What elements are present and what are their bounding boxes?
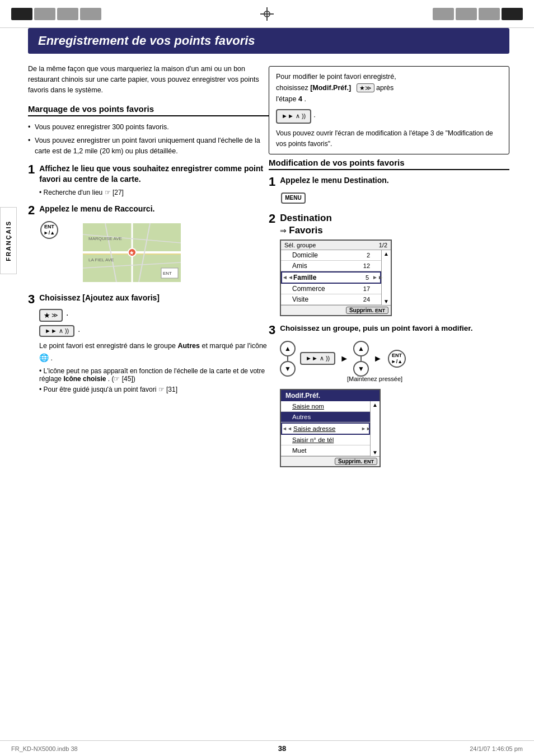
tab-rect-3 — [57, 8, 78, 20]
nav-dn-2[interactable]: ▼ — [353, 361, 369, 377]
fav-star-button[interactable]: ★ ≫ — [39, 309, 63, 322]
info-box-top: Pour modifier le point favori enregistré… — [269, 66, 509, 154]
nav-dn-1[interactable]: ▼ — [280, 361, 296, 377]
modif-row: ◄◄ Saisie adresse ►► — [281, 422, 370, 435]
top-bar — [0, 0, 534, 28]
step3-body: Le point favori est enregistré dans le g… — [39, 340, 269, 364]
step2: 2 Appelez le menu de Raccourci. ENT►/▲ — [28, 204, 269, 285]
top-bar-right — [433, 8, 523, 20]
right-step2-header: 2 Destination ⇒ Favoris — [269, 213, 509, 236]
row-label: Famille — [290, 273, 355, 282]
confirm-button[interactable]: ►► ∧ )) — [39, 325, 74, 337]
dest-table-body: Domicile 2 Amis 12 ◄◄ — [281, 250, 391, 305]
main-wrapper: Enregistrement de vos points favoris De … — [0, 28, 534, 733]
right-step2-number: 2 — [269, 213, 275, 225]
section1-heading: Marquage de vos points favoris — [28, 104, 269, 116]
left-arrow-icon: ◄◄ — [282, 274, 290, 280]
bullet-item-2: Vous pouvez enregistrer un point favori … — [28, 135, 269, 157]
modif-cell-label: Muet — [289, 447, 362, 454]
right-column: Pour modifier le point favori enregistré… — [269, 63, 509, 733]
step3-body3: et marqué par l'icône — [202, 342, 266, 350]
confirm-label: ►► ∧ )) — [45, 327, 69, 334]
nav-up-1[interactable]: ▲ — [280, 341, 296, 356]
scroll-down-button[interactable]: ▼ — [383, 298, 389, 304]
maintenu-label: [Maintenez pressée] — [347, 375, 509, 382]
arrow-confirm-label: ►► ∧ )) — [282, 112, 306, 119]
ent-label-2: ENT►/▲ — [391, 353, 402, 365]
left-margin — [0, 28, 28, 733]
menu-button[interactable]: MENU — [281, 192, 306, 204]
dest-table-header-page: 1/2 — [379, 242, 387, 248]
favoris-label: Favoris — [289, 225, 322, 236]
supprim-row: Supprim. ENT — [281, 305, 391, 315]
ent-button[interactable]: ENT►/▲ — [40, 221, 58, 239]
right-step1-header: 1 Appelez le menu Destination. — [269, 176, 509, 188]
step3: 3 Choisissez [Ajoutez aux favoris] ★ ≫ ·… — [28, 293, 269, 393]
map-svg: MARQUISE AVE LA FIEL AVE ★ ENT — [83, 223, 181, 282]
modif-rows: Saisie nom Autres ◄◄ Saisie adresse — [281, 401, 370, 456]
destination-label: Destination — [280, 213, 332, 224]
modif-row: Saisir n° de tél — [281, 435, 370, 445]
scroll-bar-modif: ▲ ▼ — [370, 401, 380, 456]
scroll-up-modif[interactable]: ▲ — [372, 402, 378, 408]
supprim-row-modif: Supprim. ENT — [281, 456, 380, 466]
dest-table-header: Sél. groupe 1/2 — [281, 241, 391, 250]
menu-label: MENU — [285, 195, 301, 201]
row-value: 5 — [355, 274, 372, 281]
svg-text:MARQUISE AVE: MARQUISE AVE — [88, 236, 122, 241]
page-title: Enregistrement de vos points favoris — [28, 28, 509, 54]
step3-bullet1: • L'icône peut ne pas apparaît en foncti… — [39, 367, 269, 383]
step1: 1 Affichez le lieu que vous souhaitez en… — [28, 163, 269, 196]
arrow-confirm-button[interactable]: ►► ∧ )) — [276, 109, 311, 124]
step3-sub-bullets: • L'icône peut ne pas apparaît en foncti… — [39, 367, 269, 393]
scroll-up-button[interactable]: ▲ — [383, 251, 389, 257]
modif-pref-icon: ★≫ — [357, 83, 374, 92]
step3-header: 3 Choisissez [Ajoutez aux favoris] — [28, 293, 269, 306]
step2-number: 2 — [28, 204, 35, 217]
tab-block-left — [11, 8, 101, 20]
row-value: 2 — [357, 251, 373, 259]
right-step3-header: 3 Choisissez un groupe, puis un point fa… — [269, 324, 509, 336]
tab-rect-8 — [502, 8, 523, 20]
step3-body1: Le point favori est enregistré dans le g… — [39, 342, 176, 350]
modif-cell-label: Saisir n° de tél — [289, 436, 362, 444]
modif-cell-label: Autres — [289, 413, 362, 421]
step3-title: Choisissez [Ajoutez aux favoris] — [39, 293, 160, 302]
step3-bullet2: • Pour être guidé jusqu'à un point favor… — [39, 386, 269, 393]
row-label: Commerce — [289, 284, 357, 293]
nav-up-2[interactable]: ▲ — [353, 341, 369, 356]
svg-text:★: ★ — [129, 250, 134, 256]
modif-cell-label: Saisie adresse — [290, 425, 361, 433]
arrow-icon: ⇒ — [280, 226, 287, 235]
right-step3: 3 Choisissez un groupe, puis un point fa… — [269, 324, 509, 467]
modif-row: Autres — [281, 412, 370, 422]
arrow-confirm-row: ►► ∧ )) · — [276, 109, 502, 124]
supprim-button-modif[interactable]: Supprim. ENT — [335, 458, 377, 465]
nav-confirm-label: ►► ∧ )) — [306, 355, 330, 361]
step2-header: 2 Appelez le menu de Raccourci. — [28, 204, 269, 217]
nav-confirm-button[interactable]: ►► ∧ )) — [300, 352, 335, 365]
step2-content: ENT►/▲ — [39, 220, 269, 285]
tab-rect-5 — [433, 8, 454, 20]
supprim-button[interactable]: Supprim. ENT — [346, 307, 388, 314]
tab-rect-4 — [80, 8, 101, 20]
page-number: 38 — [278, 744, 286, 753]
scroll-dn-modif[interactable]: ▼ — [372, 449, 378, 456]
tab-rect-7 — [479, 8, 500, 20]
top-bar-left — [11, 8, 101, 20]
right-step1: 1 Appelez le menu Destination. MENU — [269, 176, 509, 205]
table-row: Amis 12 — [281, 261, 381, 271]
modif-body: Saisie nom Autres ◄◄ Saisie adresse — [281, 401, 380, 456]
row-value: 17 — [357, 285, 373, 293]
ent-button-2[interactable]: ENT►/▲ — [388, 350, 406, 368]
step1-title: Affichez le lieu que vous souhaitez enre… — [39, 163, 269, 185]
modif-cell-label: Saisie nom — [289, 402, 362, 410]
step1-sub: • Recherche d'un lieu ☞ [27] — [39, 189, 269, 196]
row-value: 12 — [357, 262, 373, 270]
step1-number: 1 — [28, 163, 35, 176]
ent-small-icon: ENT — [375, 308, 385, 313]
right-step1-number: 1 — [269, 176, 275, 188]
scroll-bar: ▲ ▼ — [381, 250, 391, 305]
modif-row: Muet — [281, 445, 370, 456]
table-row: Commerce 17 — [281, 284, 381, 294]
